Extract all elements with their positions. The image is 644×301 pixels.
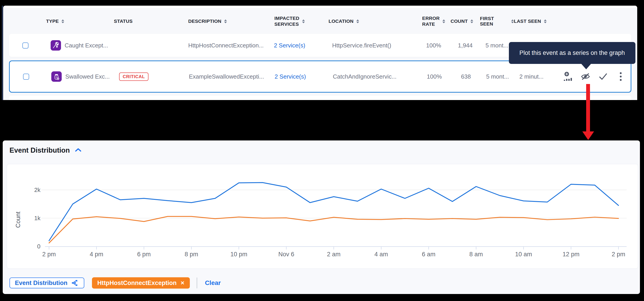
clear-button[interactable]: Clear	[205, 279, 221, 287]
row-checkbox[interactable]	[22, 42, 28, 48]
type-label: Caught Except...	[65, 42, 108, 49]
series-button-label: Event Distribution	[15, 280, 68, 287]
plot-on-graph-icon[interactable]	[563, 72, 573, 81]
x-tick-label: 12 pm	[562, 251, 579, 258]
x-tick-label: 2 am	[327, 251, 340, 258]
series-chip[interactable]: HttpHostConnectException ×	[92, 277, 190, 289]
y-axis-title: Count	[15, 211, 22, 228]
row-checkbox-cell	[13, 74, 47, 80]
chart-card: 2 pm4 pm6 pm8 pm10 pmNov 62 am4 am6 am8 …	[7, 164, 638, 269]
resolve-check-icon[interactable]	[598, 72, 608, 81]
sort-icon[interactable]	[302, 19, 305, 23]
col-header-error-rate[interactable]: ERROR RATE	[417, 15, 450, 27]
chart-svg: 2 pm4 pm6 pm8 pm10 pmNov 62 am4 am6 am8 …	[7, 164, 638, 269]
col-header-impacted-services[interactable]: IMPACTED SERVICES	[266, 15, 313, 27]
table-row-partial[interactable]	[9, 96, 631, 100]
sort-icon[interactable]	[544, 19, 546, 23]
panel-top-edge	[3, 6, 637, 8]
col-label: DESCRIPTION	[188, 18, 222, 24]
sort-icon[interactable]	[442, 19, 445, 23]
x-tick-label: 6 am	[422, 251, 436, 258]
x-tick-label: Nov 6	[278, 251, 294, 258]
col-header-description[interactable]: DESCRIPTION	[178, 18, 266, 24]
x-tick-label: 4 pm	[90, 251, 103, 258]
plot-tooltip: Plot this event as a series on the graph	[509, 42, 636, 64]
error-rate-cell: 100%	[417, 42, 450, 49]
last-seen-cell: 2 minut...	[514, 73, 548, 80]
location-cell: HttpService.fireEvent()	[313, 42, 417, 49]
event-distribution-panel: Event Distribution 2 pm4 pm6 pm8 pm10 pm…	[3, 140, 640, 294]
x-tick-label: 2 pm	[42, 251, 56, 258]
series-line-httphostconnectexception	[49, 217, 618, 243]
series-line-event-distribution	[49, 183, 618, 241]
table-row-selected[interactable]: Swallowed Exc... CRITICAL ExampleSwallow…	[9, 60, 631, 93]
sort-icon[interactable]	[470, 19, 473, 23]
collapse-chevron-icon[interactable]	[75, 148, 82, 153]
swallowed-exception-icon	[51, 71, 62, 82]
y-tick-label: 0	[37, 243, 40, 250]
type-cell: Swallowed Exc...	[47, 71, 114, 82]
remove-series-icon[interactable]: ×	[181, 280, 184, 286]
sort-icon[interactable]	[62, 19, 64, 23]
x-tick-label: 10 pm	[230, 251, 247, 258]
x-tick-label: 8 pm	[184, 251, 198, 258]
col-label: FIRST SEEN	[480, 16, 508, 27]
page: TYPE STATUS DESCRIPTION IMPACTED SERVICE…	[0, 0, 644, 301]
error-rate-cell: 100%	[417, 73, 451, 80]
count-cell: 1,944	[450, 42, 480, 49]
series-branch-icon	[71, 279, 79, 287]
chart-legend-row: Event Distribution HttpHostConnectExcept…	[10, 277, 221, 289]
impacted-services-link[interactable]: 2 Service(s)	[267, 73, 314, 80]
description-cell[interactable]: ExampleSwallowedExcepti...	[179, 73, 267, 80]
row-actions	[548, 72, 628, 81]
sort-icon[interactable]	[356, 19, 359, 23]
x-tick-label: 4 am	[374, 251, 388, 258]
col-header-last-seen[interactable]: LAST SEEN	[514, 18, 548, 24]
y-tick-label: 2k	[34, 187, 41, 193]
type-cell: Caught Except...	[46, 40, 114, 50]
col-label: TYPE	[46, 18, 59, 24]
legend-divider	[196, 278, 197, 288]
col-header-status[interactable]: STATUS	[114, 18, 178, 24]
kebab-menu-icon[interactable]	[616, 72, 626, 81]
col-label: COUNT	[450, 18, 468, 24]
x-tick-label: 6 pm	[137, 251, 151, 258]
first-seen-cell: 5 mont...	[481, 73, 514, 80]
hide-event-icon[interactable]	[580, 72, 590, 81]
x-tick-label: 2 pm	[612, 251, 625, 258]
col-header-location[interactable]: LOCATION	[313, 18, 417, 24]
col-label: LOCATION	[328, 18, 354, 24]
annotation-arrow-shaft	[586, 84, 590, 132]
panel-header: Event Distribution	[10, 146, 82, 154]
col-label: IMPACTED SERVICES	[274, 15, 300, 27]
row-checkbox-cell	[12, 42, 46, 48]
col-label: ERROR RATE	[422, 15, 440, 27]
col-header-first-seen[interactable]: FIRST SEEN	[480, 16, 514, 27]
annotation-arrowhead-icon	[582, 131, 594, 140]
x-tick-label: 8 am	[469, 251, 483, 258]
event-distribution-series-button[interactable]: Event Distribution	[10, 278, 84, 288]
col-header-count[interactable]: COUNT	[450, 18, 480, 24]
sort-icon[interactable]	[511, 19, 514, 23]
impacted-services-link[interactable]: 2 Service(s)	[266, 42, 313, 49]
series-chip-label: HttpHostConnectException	[98, 280, 177, 287]
table-header-row: TYPE STATUS DESCRIPTION IMPACTED SERVICE…	[3, 9, 637, 34]
sort-icon[interactable]	[224, 19, 227, 23]
col-label: STATUS	[114, 18, 133, 24]
y-tick-label: 1k	[34, 215, 41, 222]
count-cell: 638	[451, 73, 481, 80]
type-label: Swallowed Exc...	[65, 73, 110, 80]
col-header-type[interactable]: TYPE	[46, 18, 114, 24]
tooltip-text: Plot this event as a series on the graph	[520, 49, 625, 56]
row-checkbox[interactable]	[23, 74, 29, 80]
status-cell: CRITICAL	[114, 72, 179, 81]
description-cell[interactable]: HttpHostConnectException...	[178, 42, 266, 49]
caught-exception-icon	[50, 40, 61, 50]
x-tick-label: 10 am	[515, 251, 532, 258]
location-cell: CatchAndIgnoreServic...	[314, 73, 417, 80]
panel-title: Event Distribution	[10, 146, 70, 154]
tooltip-tail	[581, 63, 591, 69]
critical-badge: CRITICAL	[119, 72, 148, 81]
col-label: LAST SEEN	[514, 18, 541, 24]
